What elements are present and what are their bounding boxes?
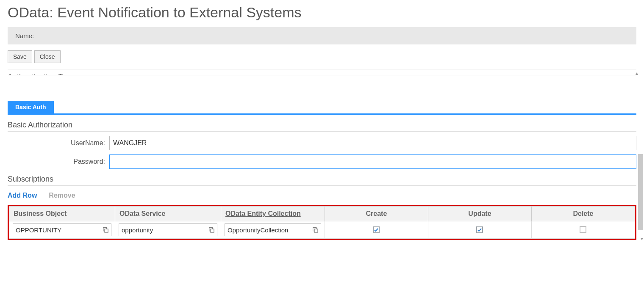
authentication-type-heading-cut: Authentication Type	[8, 69, 636, 75]
username-label: UserName:	[8, 139, 109, 147]
tab-basic-auth[interactable]: Basic Auth	[8, 101, 54, 113]
name-bar: Name:	[8, 27, 636, 44]
table-row[interactable]	[9, 221, 635, 239]
remove-link: Remove	[49, 192, 75, 199]
subscriptions-actions: Add Row Remove	[8, 187, 636, 203]
scroll-down-icon[interactable]: ▾	[641, 236, 643, 240]
page-title: OData: Event Notification to External Sy…	[8, 4, 636, 21]
value-help-icon[interactable]	[311, 225, 320, 234]
subscriptions-table: Business Object OData Service OData Enti…	[9, 206, 635, 239]
header-toolbar: Save Close	[8, 49, 636, 69]
username-input[interactable]	[109, 136, 636, 150]
business-object-input[interactable]	[13, 225, 101, 235]
table-header-row: Business Object OData Service OData Enti…	[9, 207, 635, 221]
create-checkbox[interactable]	[373, 226, 380, 233]
col-create[interactable]: Create	[325, 207, 428, 221]
col-business-object[interactable]: Business Object	[9, 207, 115, 221]
save-button[interactable]: Save	[8, 50, 32, 63]
business-object-field[interactable]	[13, 223, 111, 236]
password-label: Password:	[8, 158, 109, 165]
odata-service-field[interactable]	[119, 223, 217, 236]
scrollbar-thumb[interactable]	[638, 154, 643, 230]
odata-entity-input[interactable]	[225, 225, 311, 235]
close-button[interactable]: Close	[34, 50, 61, 63]
password-input[interactable]	[109, 154, 636, 169]
svg-rect-3	[211, 229, 214, 232]
odata-service-input[interactable]	[119, 225, 207, 235]
svg-rect-1	[105, 229, 108, 232]
value-help-icon[interactable]	[101, 225, 110, 234]
name-label: Name:	[15, 32, 34, 39]
col-odata-entity[interactable]: OData Entity Collection	[221, 207, 325, 221]
odata-entity-field[interactable]	[225, 223, 321, 236]
update-checkbox[interactable]	[476, 226, 483, 233]
delete-checkbox[interactable]	[580, 226, 586, 233]
scroll-up-icon[interactable]: ▴	[636, 70, 638, 76]
subscriptions-heading: Subscriptions	[8, 175, 636, 186]
col-delete[interactable]: Delete	[531, 207, 635, 221]
col-update[interactable]: Update	[428, 207, 531, 221]
highlight-box: Business Object OData Service OData Enti…	[8, 205, 636, 240]
col-odata-service[interactable]: OData Service	[115, 207, 221, 221]
svg-rect-5	[314, 229, 318, 232]
tab-strip: Basic Auth	[8, 101, 636, 115]
basic-auth-heading: Basic Authorization	[8, 121, 636, 132]
value-help-icon[interactable]	[207, 225, 216, 234]
add-row-link[interactable]: Add Row	[8, 192, 37, 199]
